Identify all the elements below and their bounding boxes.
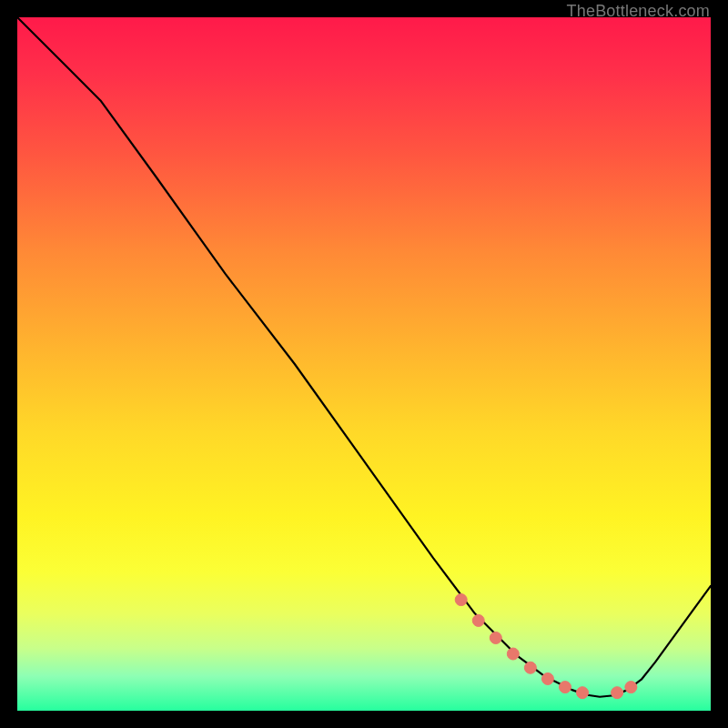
chart-marker	[455, 594, 467, 606]
chart-marker	[472, 614, 484, 626]
chart-marker	[625, 682, 637, 693]
chart-line	[17, 17, 711, 697]
chart-stage: TheBottleneck.com	[0, 0, 728, 728]
attribution-label: TheBottleneck.com	[567, 2, 710, 21]
chart-marker	[524, 662, 536, 673]
chart-marker	[612, 687, 623, 699]
chart-marker	[507, 648, 519, 660]
chart-marker	[541, 672, 553, 684]
chart-marker	[577, 687, 589, 699]
chart-marker	[559, 682, 571, 693]
chart-plot-area	[17, 17, 711, 711]
chart-marker	[490, 632, 501, 643]
chart-svg	[17, 17, 711, 711]
